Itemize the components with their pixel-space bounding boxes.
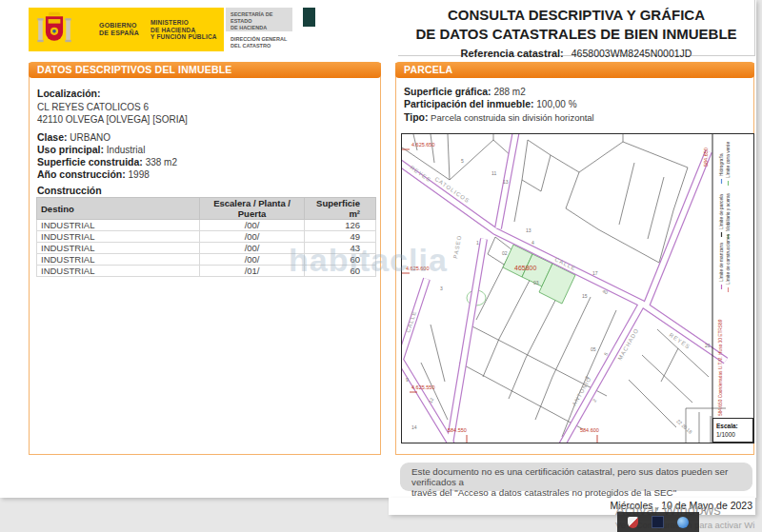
cadastral-map: 4.625.650 4.625.600 4.625.550 584.550 58… xyxy=(401,133,754,443)
svg-text:40: 40 xyxy=(602,288,610,296)
svg-text:22 20 18: 22 20 18 xyxy=(675,418,693,435)
coord-x550: 584.550 xyxy=(448,427,467,433)
cadastral-map-svg: 4.625.650 4.625.600 4.625.550 584.550 58… xyxy=(402,134,753,443)
globe-browser-icon[interactable] xyxy=(677,517,689,528)
svg-text:15: 15 xyxy=(582,293,588,299)
legend-zona-verde: Límite zona verde xyxy=(726,142,731,178)
coord-x650: 584.650 xyxy=(703,148,709,167)
aviso-line1: Este documento no es una certificación c… xyxy=(411,466,741,487)
table-row: INDUSTRIAL/01/60 xyxy=(37,266,376,277)
ministerio-text: MINISTERIO DE HACIENDA Y FUNCIÓN PÚBLICA xyxy=(150,19,217,41)
legend-parcela: Límite de parcela xyxy=(719,194,724,229)
col-destino: Destino xyxy=(37,198,200,220)
svg-text:2: 2 xyxy=(592,398,598,404)
table-row: INDUSTRIAL/00/60 xyxy=(37,254,376,266)
svg-text:17: 17 xyxy=(592,270,598,276)
construccion-table: Destino Escalera / Planta / Puerta Super… xyxy=(36,197,376,277)
escala-value: 1/1000 xyxy=(716,431,735,438)
coord-y650: 4.625.650 xyxy=(411,142,434,148)
svg-text:13: 13 xyxy=(526,227,531,233)
clase-field: Clase: URBANO xyxy=(37,131,110,143)
referencia-label: Referencia catastral: xyxy=(461,48,564,59)
superficie-grafica-field: Superficie gráfica: 288 m2 xyxy=(404,86,526,97)
construccion-title: Construcción xyxy=(37,185,102,196)
table-row: INDUSTRIAL/00/126 xyxy=(37,220,376,231)
tipo-field: Tipo: Parcela construida sin división ho… xyxy=(404,111,594,123)
table-row: INDUSTRIAL/00/43 xyxy=(37,243,376,254)
table-row: INDUSTRIAL/00/49 xyxy=(37,231,376,243)
direccion-linea2: 42110 OLVEGA [OLVEGA] [SORIA] xyxy=(37,114,188,125)
coord-x600: 584.600 xyxy=(580,427,599,433)
document-title-block: CONSULTA DESCRIPTIVA Y GRÁFICA DE DATOS … xyxy=(398,0,755,56)
aviso-catastral: Este documento no es una certificación c… xyxy=(400,463,752,491)
photos-app-icon[interactable] xyxy=(652,516,664,528)
participacion-field: Participación del inmueble: 100,00 % xyxy=(404,98,577,109)
svg-text:5: 5 xyxy=(461,158,464,164)
localizacion-label: Localización: xyxy=(37,88,101,99)
direccion-linea1: CL REYES CATOLICOS 6 xyxy=(37,102,149,112)
teal-marker xyxy=(303,8,315,27)
panel-datos-inmueble: DATOS DESCRIPTIVOS DEL INMUEBLE Localiza… xyxy=(29,63,381,455)
street-paseo: PASEO xyxy=(452,234,462,259)
referencia-value: 4658003WM8245N0001JD xyxy=(572,48,692,59)
legend-hidrografia: Hidrografía xyxy=(719,153,724,176)
svg-text:03: 03 xyxy=(533,280,539,286)
col-escalera: Escalera / Planta / Puerta xyxy=(199,198,304,220)
legend-coords-note: 584.650 Coordenadas U.T.M. Huso 30 ETRS8… xyxy=(718,319,723,416)
svg-text:4: 4 xyxy=(531,240,534,246)
shield-icon[interactable] xyxy=(628,517,638,528)
anio-field: Año construcción: 1998 xyxy=(37,168,150,180)
referencia-catastral: Referencia catastral:4658003WM8245N0001J… xyxy=(398,48,754,59)
taskbar-fragment xyxy=(617,512,699,532)
escudo-espana-icon xyxy=(36,10,72,49)
secretaria-estado-box: SECRETARÍA DE ESTADO DE HACIENDA xyxy=(226,8,292,31)
coord-y550: 4.625.550 xyxy=(411,384,434,390)
page-title-line2: DE DATOS CATASTRALES DE BIEN INMUEBLE xyxy=(398,26,754,42)
svg-text:11: 11 xyxy=(491,170,496,176)
svg-text:1: 1 xyxy=(476,240,479,246)
svg-text:20: 20 xyxy=(705,343,711,348)
aviso-line2: través del "Acceso a datos catastrales n… xyxy=(411,487,741,498)
panel-parcela-header: PARCELA xyxy=(395,62,754,78)
svg-text:12: 12 xyxy=(427,397,434,404)
legend-mobiliario: Mobiliario y aceras xyxy=(726,192,731,231)
page-title-line1: CONSULTA DESCRIPTIVA Y GRÁFICA xyxy=(398,7,754,23)
svg-text:9: 9 xyxy=(406,377,409,383)
direccion-general-box: DIRECCIÓN GENERAL DEL CATASTRO xyxy=(226,36,292,55)
escala-label: Escala: xyxy=(716,423,738,429)
gobierno-text: GOBIERNO DE ESPAÑA xyxy=(99,22,139,37)
panel-parcela: PARCELA Superficie gráfica: 288 m2 Parti… xyxy=(395,63,754,455)
svg-text:3: 3 xyxy=(440,286,443,291)
legend-construcciones: Límite de construcciones xyxy=(726,233,731,285)
subject-parcel-ref: 465800 xyxy=(514,265,536,271)
col-superficie: Superficie m² xyxy=(305,198,376,220)
uso-field: Uso principal: Industrial xyxy=(37,144,145,155)
svg-text:05: 05 xyxy=(591,346,596,352)
panel-datos-header: DATOS DESCRIPTIVOS DEL INMUEBLE xyxy=(29,62,381,78)
superficie-field: Superficie construida: 338 m2 xyxy=(37,156,177,167)
legend-manzana: Límite de manzana xyxy=(719,243,724,282)
coord-y600: 4.625.600 xyxy=(406,266,429,271)
svg-text:02: 02 xyxy=(502,250,508,256)
gobierno-logo: GOBIERNO DE ESPAÑA MINISTERIO DE HACIEND… xyxy=(29,8,224,51)
svg-text:14: 14 xyxy=(411,424,417,430)
svg-text:13: 13 xyxy=(503,179,509,185)
svg-text:5: 5 xyxy=(603,351,610,357)
